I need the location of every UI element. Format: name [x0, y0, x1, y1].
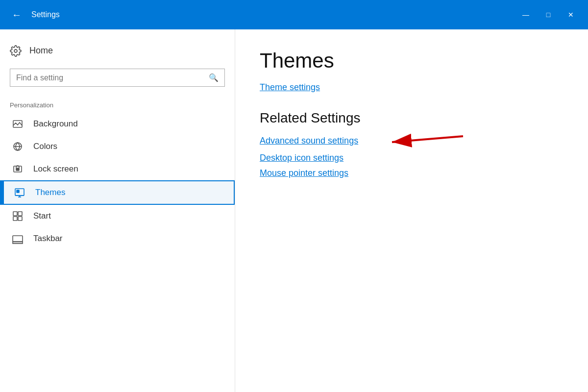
svg-rect-5 — [16, 168, 19, 171]
svg-rect-13 — [13, 236, 23, 242]
svg-rect-11 — [13, 217, 17, 220]
svg-rect-8 — [17, 190, 19, 193]
main-layout: Home 🔍 Personalization Background — [0, 29, 588, 392]
background-icon — [10, 119, 25, 129]
search-icon: 🔍 — [209, 73, 219, 82]
section-label: Personalization — [0, 94, 235, 113]
minimize-button[interactable]: — — [514, 0, 537, 29]
taskbar-icon — [10, 233, 25, 244]
lockscreen-label: Lock screen — [33, 164, 78, 174]
svg-rect-9 — [13, 212, 17, 216]
svg-point-0 — [14, 49, 17, 52]
svg-line-17 — [392, 136, 463, 142]
themes-icon — [12, 187, 27, 198]
sidebar-item-themes[interactable]: Themes — [0, 180, 235, 205]
title-bar: ← Settings — □ ✕ — [0, 0, 588, 29]
sidebar-item-taskbar[interactable]: Taskbar — [0, 227, 235, 250]
red-arrow-icon — [377, 131, 466, 151]
start-icon — [10, 211, 25, 221]
sidebar-item-lockscreen[interactable]: Lock screen — [0, 158, 235, 180]
sidebar-item-start[interactable]: Start — [0, 205, 235, 227]
search-box[interactable]: 🔍 — [10, 69, 225, 87]
taskbar-label: Taskbar — [33, 234, 63, 244]
svg-rect-12 — [18, 217, 22, 220]
desktop-icon-link[interactable]: Desktop icon settings — [260, 153, 564, 163]
minimize-icon: — — [522, 11, 529, 19]
content-area: Themes Theme settings Related Settings A… — [235, 29, 588, 392]
sidebar-item-background[interactable]: Background — [0, 113, 235, 135]
back-icon: ← — [12, 9, 22, 21]
window-title: Settings — [31, 10, 514, 19]
close-button[interactable]: ✕ — [560, 0, 582, 29]
start-label: Start — [33, 211, 51, 221]
maximize-button[interactable]: □ — [537, 0, 560, 29]
advanced-sound-container: Advanced sound settings — [260, 136, 564, 146]
search-input[interactable] — [16, 74, 209, 82]
colors-label: Colors — [33, 142, 57, 151]
mouse-pointer-link[interactable]: Mouse pointer settings — [260, 168, 564, 178]
themes-label: Themes — [35, 188, 65, 197]
home-icon — [10, 44, 22, 57]
svg-rect-15 — [13, 242, 23, 244]
related-settings-title: Related Settings — [260, 110, 564, 126]
page-title: Themes — [260, 49, 564, 73]
sidebar: Home 🔍 Personalization Background — [0, 29, 235, 392]
svg-rect-10 — [18, 212, 22, 216]
sidebar-item-colors[interactable]: Colors — [0, 135, 235, 158]
maximize-icon: □ — [546, 11, 550, 19]
theme-settings-link[interactable]: Theme settings — [260, 82, 564, 93]
background-label: Background — [33, 119, 78, 129]
close-icon: ✕ — [568, 11, 574, 19]
home-label: Home — [29, 46, 53, 56]
lockscreen-icon — [10, 164, 25, 174]
advanced-sound-link[interactable]: Advanced sound settings — [260, 136, 358, 146]
back-button[interactable]: ← — [6, 4, 27, 25]
sidebar-item-home[interactable]: Home — [0, 39, 235, 62]
colors-icon — [10, 141, 25, 152]
window-controls: — □ ✕ — [514, 0, 582, 29]
